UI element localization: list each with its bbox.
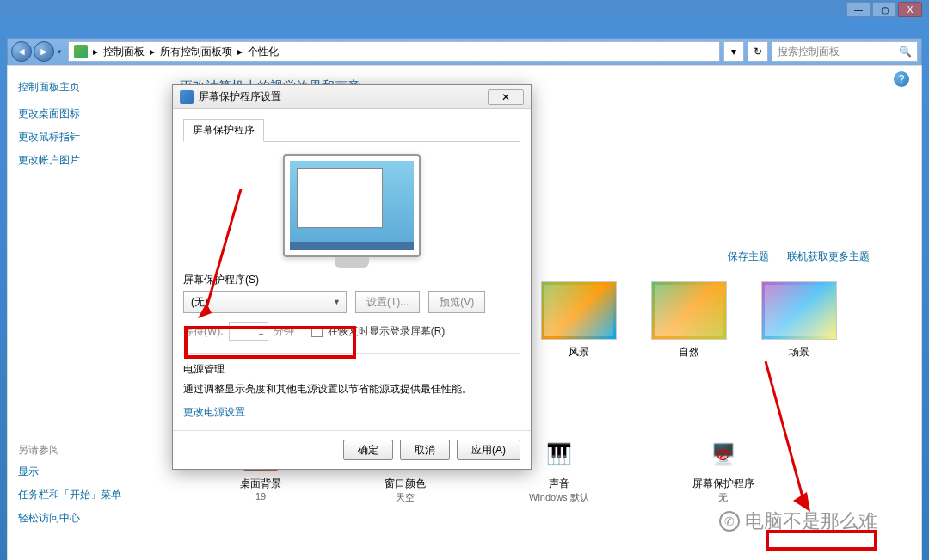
maximize-button[interactable]: ▢ [872, 2, 896, 17]
nav-history-dropdown[interactable]: ▼ [54, 48, 65, 56]
cancel-button[interactable]: 取消 [400, 440, 450, 460]
power-section-title: 电源管理 [183, 362, 520, 377]
wait-unit: 分钟 [274, 324, 294, 339]
setting-sound[interactable]: 🎹 声音 Windows 默认 [529, 437, 589, 504]
setting-sub: 无 [692, 491, 754, 504]
preview-button[interactable]: 预览(V) [428, 291, 485, 313]
setting-label: 声音 [529, 477, 589, 491]
setting-sub: Windows 默认 [529, 491, 589, 504]
settings-button[interactable]: 设置(T)... [355, 291, 420, 313]
change-power-settings-link[interactable]: 更改电源设置 [183, 405, 520, 420]
minimize-button[interactable]: — [846, 2, 871, 17]
get-more-themes-link[interactable]: 联机获取更多主题 [787, 250, 870, 262]
breadcrumb-dropdown[interactable]: ▾ [723, 41, 744, 62]
breadcrumb-item-personalization[interactable]: 个性化 [248, 45, 279, 59]
theme-item-scene[interactable]: 场景 [761, 281, 837, 360]
breadcrumb[interactable]: ▸ 控制面板 ▸ 所有控制面板项 ▸ 个性化 [68, 41, 720, 62]
theme-item-nature[interactable]: 自然 [651, 281, 727, 360]
annotation-arrow-2 [757, 361, 826, 516]
forward-button[interactable]: ► [34, 41, 54, 62]
sidebar: 控制面板主页 更改桌面图标 更改鼠标指针 更改帐户图片 另请参阅 显示 任务栏和… [8, 66, 163, 560]
resume-checkbox[interactable] [311, 326, 323, 337]
svg-line-2 [766, 361, 804, 503]
setting-label: 屏幕保护程序 [692, 477, 754, 491]
see-also-label: 另请参阅 [18, 443, 152, 458]
search-icon: 🔍 [899, 46, 912, 58]
theme-label: 自然 [679, 346, 699, 358]
divider [183, 353, 520, 354]
save-theme-link[interactable]: 保存主题 [728, 250, 769, 262]
breadcrumb-sep: ▸ [237, 46, 243, 58]
sidebar-task-account-picture[interactable]: 更改帐户图片 [18, 153, 152, 168]
breadcrumb-sep: ▸ [150, 46, 155, 58]
nav-arrows: ◄ ► ▼ [11, 41, 65, 62]
search-placeholder: 搜索控制面板 [778, 45, 840, 59]
dialog-icon [180, 90, 194, 104]
breadcrumb-sep: ▸ [93, 46, 98, 58]
svg-marker-1 [198, 303, 212, 318]
ok-button[interactable]: 确定 [343, 440, 393, 460]
setting-label: 桌面背景 [240, 477, 281, 491]
setting-sub: 天空 [385, 491, 426, 504]
dialog-close-button[interactable]: ✕ [488, 89, 524, 105]
sidebar-home[interactable]: 控制面板主页 [18, 80, 152, 95]
dialog-footer: 确定 取消 应用(A) [173, 430, 531, 469]
setting-screensaver[interactable]: 🖥️ 屏幕保护程序 无 [692, 437, 754, 504]
mini-window-preview [297, 168, 383, 228]
mini-taskbar [290, 242, 414, 250]
dialog-titlebar[interactable]: 屏幕保护程序设置 ✕ [173, 85, 531, 109]
annotation-arrow-1 [198, 189, 249, 327]
theme-thumb [761, 281, 837, 340]
theme-thumb [651, 281, 727, 340]
setting-label: 窗口颜色 [385, 477, 426, 491]
tab-screensaver[interactable]: 屏幕保护程序 [183, 119, 264, 142]
refresh-button[interactable]: ↻ [748, 41, 768, 62]
power-section-desc: 通过调整显示亮度和其他电源设置以节省能源或提供最佳性能。 [183, 382, 520, 397]
explorer-toolbar: ◄ ► ▼ ▸ 控制面板 ▸ 所有控制面板项 ▸ 个性化 ▾ ↻ 搜索控制面板 … [7, 38, 922, 65]
close-button[interactable]: X [898, 2, 922, 17]
monitor-preview [283, 154, 421, 257]
sidebar-see-also: 另请参阅 显示 任务栏和「开始」菜单 轻松访问中心 [18, 443, 152, 526]
search-input[interactable]: 搜索控制面板 🔍 [772, 41, 918, 62]
theme-label: 风景 [569, 346, 589, 358]
back-button[interactable]: ◄ [11, 41, 32, 62]
apply-button[interactable]: 应用(A) [457, 440, 520, 460]
see-also-ease-of-access[interactable]: 轻松访问中心 [18, 511, 152, 526]
control-panel-icon [74, 45, 88, 58]
theme-item-landscape[interactable]: 风景 [541, 281, 617, 360]
help-icon[interactable]: ? [894, 71, 909, 87]
setting-sub: 19 [240, 491, 281, 502]
see-also-display[interactable]: 显示 [18, 465, 152, 479]
breadcrumb-item-all-items[interactable]: 所有控制面板项 [160, 45, 232, 59]
sidebar-task-mouse-pointers[interactable]: 更改鼠标指针 [18, 130, 152, 145]
window-controls: — ▢ X [846, 2, 922, 17]
desktop-taskbar-peek [0, 0, 929, 17]
sidebar-task-desktop-icons[interactable]: 更改桌面图标 [18, 107, 152, 121]
theme-label: 场景 [789, 346, 809, 358]
breadcrumb-item-control-panel[interactable]: 控制面板 [103, 45, 145, 59]
resume-checkbox-label: 在恢复时显示登录屏幕(R) [328, 324, 446, 339]
svg-line-0 [205, 189, 241, 314]
sound-icon: 🎹 [542, 437, 576, 471]
wechat-icon: ✆ [719, 511, 740, 532]
dialog-title-text: 屏幕保护程序设置 [199, 89, 281, 104]
screensaver-icon: 🖥️ [706, 437, 741, 471]
monitor-screen [290, 161, 414, 250]
tab-strip: 屏幕保护程序 [183, 116, 520, 142]
see-also-taskbar-start[interactable]: 任务栏和「开始」菜单 [18, 488, 152, 502]
theme-thumb [541, 281, 617, 340]
